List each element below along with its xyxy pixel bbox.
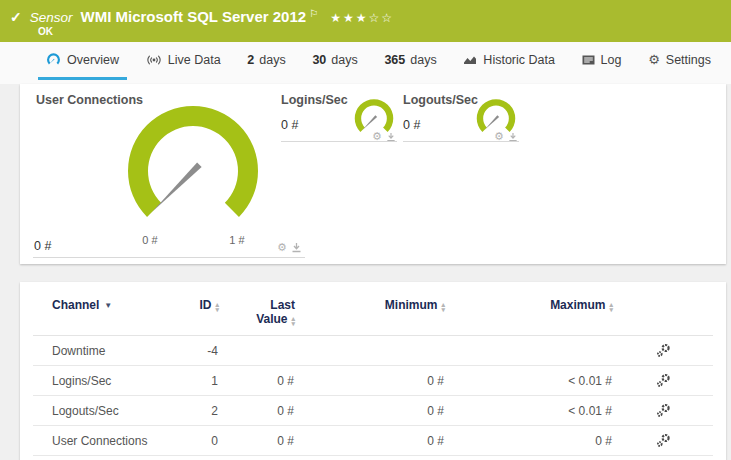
- channels-table: Channel▼ ID▴▾ Last Value▴▾ Minimum▴▾ Max…: [33, 282, 713, 456]
- download-icon[interactable]: [386, 132, 396, 142]
- channel-maximum: < 0.01 #: [445, 366, 613, 396]
- channel-settings-icon[interactable]: [613, 396, 713, 426]
- priority-stars[interactable]: ★★★☆☆: [330, 11, 394, 25]
- area-chart-icon: [463, 54, 477, 65]
- divider: [403, 141, 519, 142]
- channel-name: Downtime: [33, 336, 173, 366]
- download-icon[interactable]: [291, 242, 302, 253]
- channel-maximum: < 0.01 #: [445, 396, 613, 426]
- user-connections-gauge: [123, 103, 263, 228]
- channel-name: Logouts/Sec: [33, 396, 173, 426]
- gauge-needle: [362, 115, 377, 130]
- tab-365-days[interactable]: 365 days: [376, 42, 444, 80]
- sort-icon: ▴▾: [215, 302, 219, 312]
- tab-log[interactable]: Log: [574, 42, 630, 80]
- column-header-id[interactable]: ID▴▾: [173, 282, 219, 336]
- status-check-icon: ✓: [10, 9, 22, 25]
- channel-last-value: 0 #: [219, 366, 295, 396]
- log-list-icon: [582, 55, 595, 65]
- gauge-needle: [152, 162, 202, 212]
- sensor-title: WMI Microsoft SQL Server 2012: [81, 8, 307, 25]
- table-row: Logouts/Sec 2 0 # 0 # < 0.01 #: [33, 396, 713, 426]
- channel-last-value: 0 #: [219, 426, 295, 456]
- primary-gauge-actions: ⚙: [277, 242, 302, 253]
- table-row: Logins/Sec 1 0 # 0 # < 0.01 #: [33, 366, 713, 396]
- table-row: Downtime -4: [33, 336, 713, 366]
- gauge-icon: [46, 53, 61, 66]
- column-header-channel[interactable]: Channel▼: [33, 282, 173, 336]
- column-header-maximum[interactable]: Maximum▴▾: [445, 282, 613, 336]
- tab-settings[interactable]: ⚙ Settings: [640, 42, 719, 80]
- channel-name: Logins/Sec: [33, 366, 173, 396]
- gauge-scale-max: 1 #: [219, 234, 255, 246]
- sort-icon: ▴▾: [441, 302, 445, 312]
- primary-gauge-value: 0 #: [34, 239, 51, 253]
- tab-live-data[interactable]: Live Data: [138, 42, 229, 80]
- object-type-label: Sensor: [30, 10, 73, 25]
- logins-gauge-title: Logins/Sec: [281, 93, 348, 107]
- gauge-scale-min: 0 #: [132, 234, 168, 246]
- divider: [33, 257, 305, 258]
- tab-historic-data[interactable]: Historic Data: [455, 42, 563, 80]
- channel-settings-icon[interactable]: [613, 366, 713, 396]
- sort-icon: ▴▾: [609, 302, 613, 312]
- column-header-minimum[interactable]: Minimum▴▾: [295, 282, 445, 336]
- sensor-header: ✓ Sensor WMI Microsoft SQL Server 2012 ⚐…: [0, 0, 731, 42]
- sensor-title-line: ✓ Sensor WMI Microsoft SQL Server 2012 ⚐…: [10, 8, 394, 25]
- gauges-panel: User Connections 0 # 1 # 0 # ⚙ Logins/Se…: [20, 84, 726, 264]
- flag-icon[interactable]: ⚐: [309, 8, 318, 19]
- channel-maximum: [445, 336, 613, 366]
- channel-settings-icon[interactable]: [613, 426, 713, 456]
- status-badge: OK: [38, 26, 53, 37]
- tab-overview[interactable]: Overview: [38, 42, 127, 80]
- channel-minimum: [295, 336, 445, 366]
- divider: [281, 141, 397, 142]
- gauge-needle: [484, 115, 499, 130]
- gear-icon: ⚙: [648, 53, 660, 66]
- channel-settings-icon[interactable]: [613, 336, 713, 366]
- channel-minimum: 0 #: [295, 396, 445, 426]
- channel-last-value: 0 #: [219, 396, 295, 426]
- channel-id: 0: [173, 426, 219, 456]
- column-header-last-value[interactable]: Last Value▴▾: [219, 282, 295, 336]
- sort-icon: ▴▾: [291, 316, 295, 326]
- channel-id: -4: [173, 336, 219, 366]
- channels-table-panel: Channel▼ ID▴▾ Last Value▴▾ Minimum▴▾ Max…: [20, 282, 726, 460]
- channel-last-value: [219, 336, 295, 366]
- channel-minimum: 0 #: [295, 366, 445, 396]
- channel-maximum: 0 #: [445, 426, 613, 456]
- gear-icon[interactable]: ⚙: [277, 242, 287, 253]
- sort-desc-icon: ▼: [104, 301, 112, 310]
- logouts-gauge-value: 0 #: [403, 118, 420, 132]
- channel-id: 1: [173, 366, 219, 396]
- download-icon[interactable]: [508, 132, 518, 142]
- table-row: User Connections 0 0 # 0 # 0 #: [33, 426, 713, 456]
- logins-gauge-value: 0 #: [281, 118, 298, 132]
- logouts-gauge-title: Logouts/Sec: [403, 93, 478, 107]
- live-signal-icon: [146, 54, 162, 66]
- channel-name: User Connections: [33, 426, 173, 456]
- channel-minimum: 0 #: [295, 426, 445, 456]
- tab-bar: Overview Live Data 2 days 30 days 365 da…: [0, 42, 731, 84]
- channel-id: 2: [173, 396, 219, 426]
- table-header-row: Channel▼ ID▴▾ Last Value▴▾ Minimum▴▾ Max…: [33, 282, 713, 336]
- tab-30-days[interactable]: 30 days: [304, 42, 365, 80]
- tab-2-days[interactable]: 2 days: [239, 42, 293, 80]
